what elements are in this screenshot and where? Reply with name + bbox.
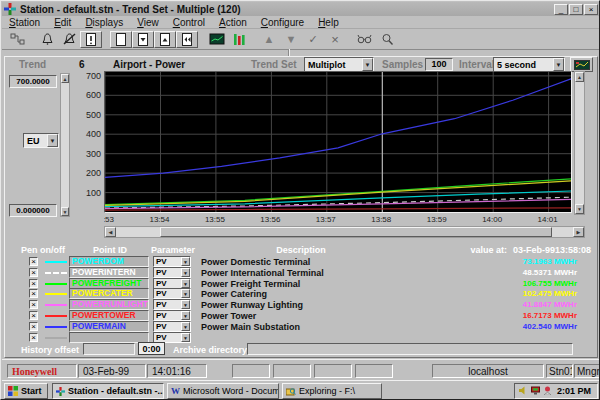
menu-control[interactable]: Control <box>166 17 212 28</box>
scroll-up-icon[interactable]: ▲ <box>575 72 584 82</box>
parameter-dropdown[interactable]: PV▼ <box>153 299 191 310</box>
archive-directory-field[interactable] <box>247 343 573 355</box>
x-tick-label: 14:01 <box>532 215 564 224</box>
pen-checkbox[interactable]: × <box>29 268 38 277</box>
status-station: Stn01 <box>546 364 573 378</box>
scroll-down-icon[interactable]: ▼ <box>61 207 69 216</box>
menu-view[interactable]: View <box>130 17 166 28</box>
pen-checkbox[interactable]: × <box>29 322 38 331</box>
task-word[interactable]: W Microsoft Word - Document5 <box>167 383 279 399</box>
plot-horizontal-scrollbar[interactable]: ◀ ▶ <box>104 226 585 238</box>
point-id-field[interactable]: POWERTOWER <box>69 310 149 321</box>
chevron-down-icon[interactable]: ▼ <box>181 289 190 298</box>
chevron-down-icon[interactable]: ▼ <box>181 311 190 320</box>
parameter-dropdown[interactable]: PV▼ <box>153 310 191 321</box>
parameter-dropdown[interactable]: PV▼ <box>153 288 191 299</box>
display-icon[interactable] <box>206 31 228 48</box>
y-axis-labels: 100200300400500600700 <box>71 71 101 213</box>
glasses-icon[interactable] <box>354 31 376 48</box>
trend-options-button[interactable] <box>570 57 593 72</box>
page-icon[interactable] <box>110 31 132 48</box>
chevron-down-icon[interactable]: ▼ <box>362 58 373 71</box>
parameter-dropdown[interactable]: PV▼ <box>153 278 191 289</box>
chevron-down-icon[interactable]: ▼ <box>181 268 190 277</box>
chevron-down-icon[interactable]: ▼ <box>553 58 564 71</box>
scrollbar-thumb[interactable] <box>160 227 552 237</box>
scroll-left-icon[interactable]: ◀ <box>105 227 116 237</box>
status-host: localhost <box>432 364 544 378</box>
menu-help[interactable]: Help <box>311 17 346 28</box>
menu-configure[interactable]: Configure <box>254 17 311 28</box>
volume-icon[interactable] <box>519 386 528 397</box>
agent-tray-icon[interactable] <box>543 386 552 397</box>
point-id-field[interactable]: POWERCATER <box>69 288 149 299</box>
samples-field[interactable]: 100 <box>425 58 453 71</box>
close-button[interactable]: × <box>584 4 598 15</box>
plot-vertical-scrollbar[interactable]: ▲ ▼ <box>574 71 585 215</box>
x-tick-label: 14:00 <box>476 215 508 224</box>
page-recall-icon[interactable] <box>176 31 198 48</box>
scroll-up-icon[interactable]: ▲ <box>61 74 69 83</box>
chevron-down-icon[interactable]: ▼ <box>181 322 190 331</box>
chevron-down-icon[interactable]: ▼ <box>47 134 58 147</box>
window-title: Station - default.stn - Trend Set - Mult… <box>20 4 553 15</box>
chevron-down-icon[interactable]: ▼ <box>181 257 190 266</box>
menu-displays[interactable]: Displays <box>78 17 130 28</box>
alarm-silence-icon[interactable] <box>58 31 80 48</box>
y-zoom-scrollbar[interactable]: ▲ ▼ <box>60 73 70 217</box>
pen-checkbox[interactable]: × <box>29 257 38 266</box>
unit-value: EU <box>24 136 47 146</box>
station-connect-icon[interactable] <box>6 31 28 48</box>
header-parameter: Parameter <box>151 245 193 255</box>
point-id-field[interactable]: POWERRUNLIGHT <box>69 299 149 310</box>
parameter-dropdown[interactable]: PV▼ <box>153 321 191 332</box>
cancel-icon[interactable]: × <box>324 31 346 48</box>
trend-set-dropdown[interactable]: Multiplot ▼ <box>304 57 374 72</box>
menu-station[interactable]: Station <box>2 17 47 28</box>
alarm-bell-icon[interactable] <box>36 31 58 48</box>
page-down-icon[interactable] <box>132 31 154 48</box>
scroll-down-icon[interactable]: ▼ <box>575 204 584 214</box>
pen-checkbox[interactable]: × <box>29 279 38 288</box>
accept-icon[interactable]: ✓ <box>302 31 324 48</box>
point-id-field[interactable]: POWERFREIGHT <box>69 278 149 289</box>
point-id-field[interactable] <box>69 332 149 343</box>
unit-dropdown[interactable]: EU ▼ <box>23 133 59 148</box>
display-tray-icon[interactable] <box>531 386 540 397</box>
parameter-dropdown[interactable]: PV▼ <box>153 256 191 267</box>
x-tick-label: 13:58 <box>365 215 397 224</box>
interval-dropdown[interactable]: 5 second ▼ <box>493 57 565 72</box>
start-button[interactable]: Start <box>4 383 48 399</box>
y-max-field[interactable]: 700.0000 <box>9 75 57 88</box>
pen-checkbox[interactable]: × <box>29 289 38 298</box>
point-id-field[interactable]: POWERINTERN <box>69 267 149 278</box>
trend-pens-icon[interactable] <box>228 31 250 48</box>
parameter-dropdown[interactable]: PV▼ <box>153 332 191 343</box>
raise-icon[interactable]: ▲ <box>258 31 280 48</box>
point-id-field[interactable]: POWERDOM <box>69 256 149 267</box>
chevron-down-icon[interactable]: ▼ <box>181 333 190 342</box>
parameter-dropdown[interactable]: PV▼ <box>153 267 191 278</box>
task-explorer[interactable]: Exploring - F:\ <box>282 383 382 399</box>
chevron-down-icon[interactable]: ▼ <box>181 279 190 288</box>
pen-checkbox[interactable]: × <box>29 300 38 309</box>
history-offset-field[interactable] <box>83 343 135 355</box>
alarm-page-icon[interactable] <box>80 31 102 48</box>
chevron-down-icon[interactable]: ▼ <box>181 300 190 309</box>
point-id-field[interactable]: POWERMAIN <box>69 321 149 332</box>
menu-edit[interactable]: Edit <box>47 17 78 28</box>
trend-plot-area[interactable] <box>104 71 572 213</box>
zoom-icon[interactable] <box>376 31 398 48</box>
lower-icon[interactable]: ▼ <box>280 31 302 48</box>
pen-checkbox[interactable]: × <box>29 333 38 342</box>
samples-label: Samples <box>382 59 423 70</box>
scroll-right-icon[interactable]: ▶ <box>573 227 584 237</box>
minimize-button[interactable]: _ <box>554 4 568 15</box>
x-axis-labels: 13:5313:5413:5513:5613:5713:5813:5914:00… <box>104 215 572 225</box>
task-station[interactable]: Station - default.stn -... <box>52 383 164 399</box>
y-min-field[interactable]: 0.000000 <box>9 204 57 217</box>
menu-action[interactable]: Action <box>212 17 254 28</box>
maximize-button[interactable]: □ <box>569 4 583 15</box>
page-up-icon[interactable] <box>154 31 176 48</box>
pen-checkbox[interactable]: × <box>29 311 38 320</box>
